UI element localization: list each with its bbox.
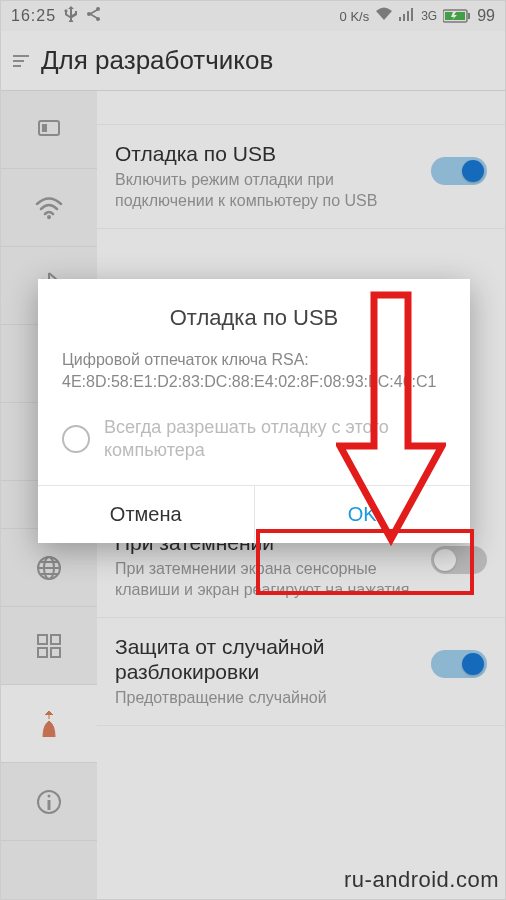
checkbox-label: Всегда разрешать отладку с этого компьют…: [104, 416, 446, 463]
watermark: ru-android.com: [344, 867, 499, 893]
dialog-title: Отладка по USB: [62, 305, 446, 331]
ok-button[interactable]: OK: [255, 486, 471, 543]
always-allow-checkbox[interactable]: Всегда разрешать отладку с этого компьют…: [62, 416, 446, 463]
dialog-fingerprint: Цифровой отпечаток ключа RSA: 4E:8D:58:E…: [62, 349, 446, 394]
usb-debug-dialog: Отладка по USB Цифровой отпечаток ключа …: [38, 279, 470, 543]
checkbox-icon: [62, 425, 90, 453]
cancel-button[interactable]: Отмена: [38, 486, 255, 543]
